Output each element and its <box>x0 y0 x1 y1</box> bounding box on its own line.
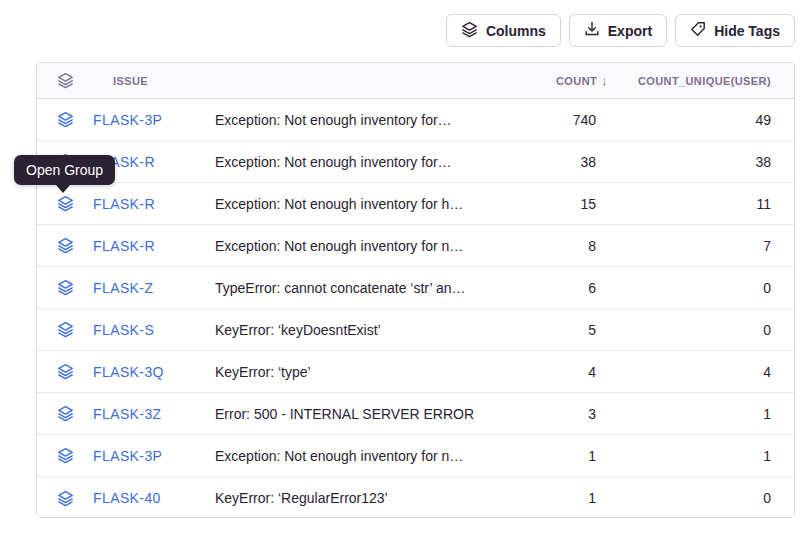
issue-link[interactable]: FLASK-R <box>93 238 213 254</box>
issue-link[interactable]: FLASK-3Q <box>93 364 213 380</box>
count-unique-value: 0 <box>616 490 794 506</box>
open-group-icon[interactable] <box>37 279 93 296</box>
table-row: FLASK-3Q KeyError: ‘type’ 4 4 <box>37 351 794 393</box>
issue-link[interactable]: FLASK-3P <box>93 112 213 128</box>
download-icon <box>584 21 600 40</box>
issue-message: KeyError: ‘type’ <box>213 364 516 380</box>
toolbar: Columns Export Hide Tags <box>446 14 795 47</box>
count-unique-value: 49 <box>616 112 794 128</box>
table-row: FLASK-Z TypeError: cannot concatenate ‘s… <box>37 267 794 309</box>
issue-message: KeyError: ‘keyDoesntExist’ <box>213 322 516 338</box>
count-value: 38 <box>516 154 616 170</box>
issue-column-stack-icon <box>37 72 93 89</box>
export-button[interactable]: Export <box>569 14 667 47</box>
open-group-icon[interactable] <box>37 405 93 422</box>
issue-message: Exception: Not enough inventory for n… <box>213 448 516 464</box>
count-value: 1 <box>516 490 616 506</box>
table-header-row: ISSUE COUNT ↓ COUNT_UNIQUE(USER) <box>37 63 794 99</box>
column-header-issue[interactable]: ISSUE <box>93 75 213 87</box>
open-group-tooltip: Open Group <box>14 155 115 185</box>
export-button-label: Export <box>608 23 652 39</box>
issue-message: Exception: Not enough inventory for n… <box>213 238 516 254</box>
open-group-icon[interactable] <box>37 363 93 380</box>
table-row: FLASK-R Exception: Not enough inventory … <box>37 183 794 225</box>
issue-link[interactable]: FLASK-S <box>93 322 213 338</box>
table-row: FLASK-40 KeyError: ‘RegularError123’ 1 0 <box>37 477 794 518</box>
columns-button-label: Columns <box>486 23 546 39</box>
count-value: 15 <box>516 196 616 212</box>
count-value: 6 <box>516 280 616 296</box>
table-row: FLASK-3P Exception: Not enough inventory… <box>37 435 794 477</box>
column-header-count[interactable]: COUNT ↓ <box>516 73 616 88</box>
count-value: 5 <box>516 322 616 338</box>
hide-tags-button-label: Hide Tags <box>714 23 780 39</box>
open-group-icon[interactable] <box>37 490 93 507</box>
issue-message: Exception: Not enough inventory for… <box>213 112 516 128</box>
count-unique-value: 7 <box>616 238 794 254</box>
count-unique-value: 1 <box>616 406 794 422</box>
count-unique-value: 1 <box>616 448 794 464</box>
table-row: FLASK-3P Exception: Not enough inventory… <box>37 99 794 141</box>
count-value: 4 <box>516 364 616 380</box>
issue-link[interactable]: FLASK-3Z <box>93 406 213 422</box>
hide-tags-button[interactable]: Hide Tags <box>675 14 795 47</box>
layers-icon <box>461 21 478 41</box>
count-unique-value: 11 <box>616 196 794 212</box>
count-unique-value: 0 <box>616 280 794 296</box>
issue-link[interactable]: FLASK-R <box>93 196 213 212</box>
tag-icon <box>690 21 706 40</box>
issue-message: TypeError: cannot concatenate ‘str’ an… <box>213 280 516 296</box>
issues-table: ISSUE COUNT ↓ COUNT_UNIQUE(USER) FLASK-3… <box>36 62 795 518</box>
open-group-icon[interactable] <box>37 237 93 254</box>
issue-link[interactable]: FLASK-3P <box>93 448 213 464</box>
issue-message: Error: 500 - INTERNAL SERVER ERROR <box>213 406 516 422</box>
table-row: FLASK-S KeyError: ‘keyDoesntExist’ 5 0 <box>37 309 794 351</box>
count-value: 3 <box>516 406 616 422</box>
open-group-icon[interactable] <box>37 111 93 128</box>
count-unique-value: 38 <box>616 154 794 170</box>
column-header-count-unique[interactable]: COUNT_UNIQUE(USER) <box>616 75 794 87</box>
count-unique-value: 0 <box>616 322 794 338</box>
issue-message: KeyError: ‘RegularError123’ <box>213 490 516 506</box>
columns-button[interactable]: Columns <box>446 14 561 47</box>
table-row: FLASK-3Z Error: 500 - INTERNAL SERVER ER… <box>37 393 794 435</box>
count-value: 8 <box>516 238 616 254</box>
table-row: FLASK-R Exception: Not enough inventory … <box>37 141 794 183</box>
count-value: 1 <box>516 448 616 464</box>
issue-message: Exception: Not enough inventory for… <box>213 154 516 170</box>
table-row: FLASK-R Exception: Not enough inventory … <box>37 225 794 267</box>
count-value: 740 <box>516 112 616 128</box>
sort-desc-icon[interactable]: ↓ <box>601 73 608 88</box>
issue-link[interactable]: FLASK-Z <box>93 280 213 296</box>
issue-link[interactable]: FLASK-40 <box>93 490 213 506</box>
open-group-icon[interactable] <box>37 321 93 338</box>
open-group-icon[interactable] <box>37 195 93 212</box>
issue-message: Exception: Not enough inventory for h… <box>213 196 516 212</box>
count-header-label: COUNT <box>556 75 597 87</box>
count-unique-value: 4 <box>616 364 794 380</box>
open-group-icon[interactable] <box>37 447 93 464</box>
